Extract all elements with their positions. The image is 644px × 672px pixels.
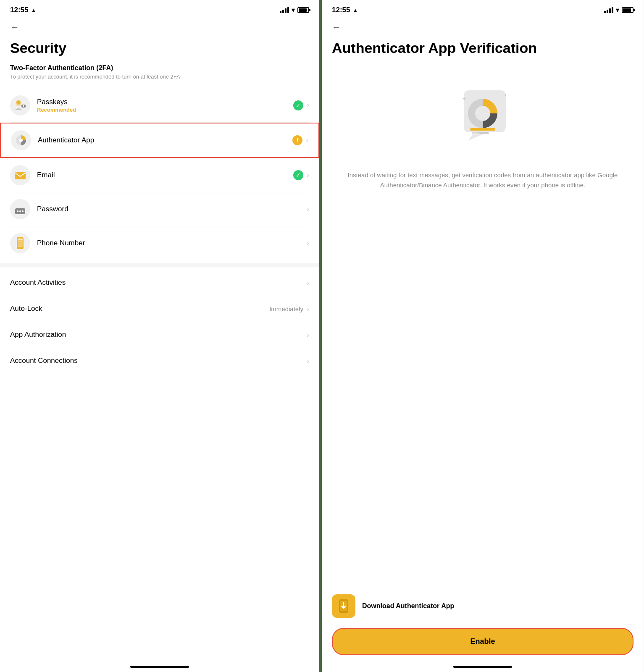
phone-number-label: Phone Number bbox=[37, 239, 307, 247]
auto-lock-label: Auto-Lock bbox=[10, 304, 42, 313]
passkeys-check-icon: ✓ bbox=[293, 100, 303, 110]
twofa-subtitle: To protect your account, it is recommend… bbox=[10, 73, 309, 81]
page-title-left: Security bbox=[0, 33, 319, 61]
home-indicator-right bbox=[453, 666, 512, 668]
svg-point-11 bbox=[22, 210, 24, 212]
svg-point-1 bbox=[16, 100, 21, 105]
auto-lock-value: Immediately bbox=[269, 305, 303, 312]
phone-number-right: › bbox=[307, 239, 309, 247]
svg-point-9 bbox=[17, 210, 18, 212]
password-item[interactable]: Password › bbox=[0, 192, 319, 226]
passkeys-content: Passkeys Recommended bbox=[37, 98, 293, 113]
svg-rect-17 bbox=[18, 242, 23, 242]
authenticator-label: Authenticator App bbox=[38, 136, 292, 144]
svg-rect-4 bbox=[23, 106, 24, 107]
signal-icon-left bbox=[280, 7, 289, 13]
password-icon bbox=[13, 202, 27, 216]
location-icon-left: ▲ bbox=[31, 7, 36, 13]
account-activities-label: Account Activities bbox=[10, 278, 66, 287]
passkeys-label: Passkeys bbox=[37, 98, 293, 106]
authenticator-right: ! › bbox=[292, 135, 308, 145]
authenticator-app-item[interactable]: Authenticator App ! › bbox=[0, 123, 319, 158]
phone-number-icon bbox=[13, 236, 27, 250]
password-icon-wrap bbox=[10, 199, 30, 219]
auto-lock-item[interactable]: Auto-Lock Immediately › bbox=[0, 296, 319, 322]
password-label: Password bbox=[37, 205, 307, 213]
passkeys-right: ✓ › bbox=[293, 100, 309, 110]
phone-number-chevron-icon: › bbox=[307, 239, 309, 247]
svg-rect-21 bbox=[470, 128, 495, 131]
svg-rect-28 bbox=[341, 611, 347, 612]
phone-number-content: Phone Number bbox=[37, 239, 307, 247]
svg-point-10 bbox=[19, 210, 21, 212]
auth-illustration: ✦ ✦ bbox=[322, 61, 644, 162]
right-screen: 12:55 ▲ ▾ ← Authenticator App Verificati… bbox=[322, 0, 644, 672]
battery-icon-right bbox=[622, 7, 633, 13]
status-bar-left: 12:55 ▲ ▾ bbox=[0, 0, 319, 18]
location-icon-right: ▲ bbox=[352, 7, 358, 13]
authenticator-app-illustration: ✦ ✦ bbox=[445, 78, 520, 153]
svg-point-20 bbox=[475, 106, 490, 121]
authenticator-warn-icon: ! bbox=[292, 135, 302, 145]
email-content: Email bbox=[37, 171, 293, 179]
left-screen: 12:55 ▲ ▾ ← Security Two-Factor Authenti… bbox=[0, 0, 322, 672]
phone-icon-wrap bbox=[10, 233, 30, 253]
page-title-right: Authenticator App Verification bbox=[322, 33, 644, 61]
download-row[interactable]: Download Authenticator App bbox=[332, 588, 633, 628]
account-activities-chevron-icon: › bbox=[307, 278, 309, 287]
home-indicator-left bbox=[130, 666, 189, 668]
password-chevron-icon: › bbox=[307, 205, 309, 213]
bottom-section: Download Authenticator App Enable bbox=[322, 588, 644, 655]
account-connections-chevron-icon: › bbox=[307, 357, 309, 365]
status-bar-right: 12:55 ▲ ▾ bbox=[322, 0, 644, 18]
wifi-icon-left: ▾ bbox=[292, 6, 295, 14]
email-right: ✓ › bbox=[293, 170, 309, 180]
phone-number-item[interactable]: Phone Number › bbox=[0, 226, 319, 260]
download-label: Download Authenticator App bbox=[362, 602, 454, 610]
svg-rect-16 bbox=[18, 241, 23, 241]
password-right: › bbox=[307, 205, 309, 213]
svg-point-6 bbox=[19, 139, 23, 142]
svg-rect-14 bbox=[18, 246, 22, 247]
password-content: Password bbox=[37, 205, 307, 213]
auth-description: Instead of waiting for text messages, ge… bbox=[322, 162, 644, 199]
email-label: Email bbox=[37, 171, 293, 179]
email-check-icon: ✓ bbox=[293, 170, 303, 180]
back-button-right[interactable]: ← bbox=[322, 18, 644, 33]
twofa-section-header: Two-Factor Authentication (2FA) To prote… bbox=[0, 61, 319, 83]
passkeys-chevron-icon: › bbox=[307, 101, 309, 110]
download-icon-wrap bbox=[332, 594, 355, 618]
time-right: 12:55 bbox=[332, 6, 350, 14]
download-phone-icon bbox=[336, 598, 351, 614]
passkeys-sublabel: Recommended bbox=[37, 107, 293, 113]
svg-text:✦: ✦ bbox=[504, 93, 507, 97]
auto-lock-chevron-icon: › bbox=[307, 304, 309, 313]
svg-text:✦: ✦ bbox=[462, 95, 467, 102]
wifi-icon-right: ▾ bbox=[616, 6, 619, 14]
signal-icon-right bbox=[604, 7, 613, 13]
battery-icon-left bbox=[297, 7, 309, 13]
app-authorization-item[interactable]: App Authorization › bbox=[0, 322, 319, 348]
authenticator-icon-wrap bbox=[11, 130, 31, 150]
email-item[interactable]: Email ✓ › bbox=[0, 158, 319, 192]
authenticator-content: Authenticator App bbox=[38, 136, 292, 144]
back-button-left[interactable]: ← bbox=[0, 18, 319, 33]
account-connections-item[interactable]: Account Connections › bbox=[0, 348, 319, 374]
passkeys-item[interactable]: Passkeys Recommended ✓ › bbox=[0, 89, 319, 122]
authenticator-icon bbox=[14, 134, 28, 147]
enable-button[interactable]: Enable bbox=[332, 628, 633, 655]
svg-rect-7 bbox=[15, 172, 26, 179]
app-authorization-chevron-icon: › bbox=[307, 331, 309, 339]
account-connections-label: Account Connections bbox=[10, 357, 78, 365]
passkeys-icon-wrap bbox=[10, 95, 30, 116]
svg-rect-15 bbox=[18, 239, 23, 240]
account-connections-right: › bbox=[307, 357, 309, 365]
email-chevron-icon: › bbox=[307, 171, 309, 179]
passkeys-icon bbox=[13, 99, 27, 112]
app-authorization-label: App Authorization bbox=[10, 331, 66, 339]
auto-lock-right: Immediately › bbox=[269, 304, 309, 313]
account-activities-item[interactable]: Account Activities › bbox=[0, 270, 319, 296]
twofa-title: Two-Factor Authentication (2FA) bbox=[10, 64, 309, 72]
authenticator-chevron-icon: › bbox=[306, 136, 308, 144]
account-activities-right: › bbox=[307, 278, 309, 287]
